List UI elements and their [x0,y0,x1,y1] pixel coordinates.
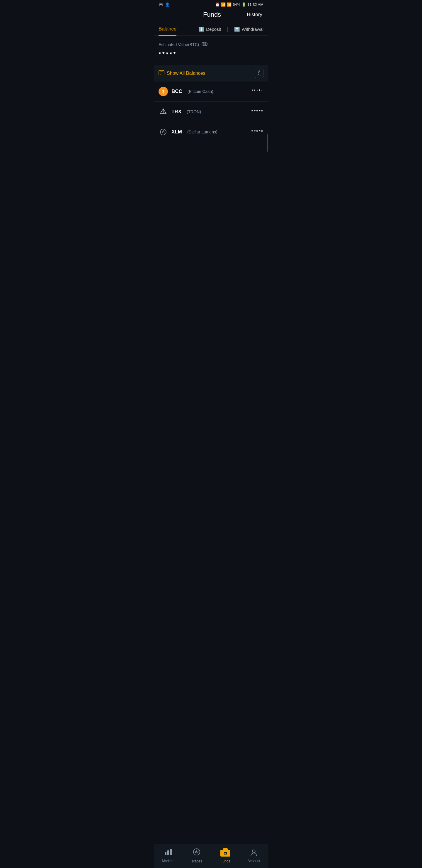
withdrawal-icon: ⬆️ [234,26,240,32]
estimated-label: Estimated Value(BTC) [159,42,263,48]
tab-separator: | [227,26,228,32]
funds-label: Funds [220,859,230,863]
trades-label: Trades [191,859,202,863]
tab-bar: Balance ⬇️ Deposit | ⬆️ Withdrawal [154,23,268,36]
account-label: Account [248,859,260,863]
svg-rect-16 [223,848,228,851]
deposit-button[interactable]: ⬇️ Deposit [198,26,221,32]
main-content: Balance ⬇️ Deposit | ⬆️ Withdrawal Estim… [154,23,268,166]
alarm-icon: ⏰ [215,2,220,7]
coin-list: ₿ BCC (Bitcoin Cash) ***** TRX (TRON) **… [154,82,268,142]
estimated-value-section: Estimated Value(BTC) ***** [154,36,268,65]
svg-rect-10 [165,852,166,855]
battery-level: 64% [233,2,240,7]
az-sort-arrow: Z↓ [258,73,261,76]
deposit-icon: ⬇️ [198,26,204,32]
user-status-icon: 👤 [165,2,170,7]
coin-left-bcc: ₿ BCC (Bitcoin Cash) [159,87,213,96]
trx-icon [159,107,168,116]
svg-rect-11 [167,850,169,855]
svg-rect-12 [170,849,172,855]
bcc-balance: ***** [252,89,263,94]
funds-icon [220,848,231,858]
bcc-symbol: BCC [171,89,182,94]
tab-balance[interactable]: Balance [159,23,176,35]
withdrawal-button[interactable]: ⬆️ Withdrawal [234,26,263,32]
battery-icon: 🔋 [241,2,246,7]
xlm-balance: ***** [252,129,263,134]
nav-account[interactable]: Account [244,848,264,863]
scroll-indicator [267,134,268,152]
trades-icon [193,848,201,858]
bcc-fullname: (Bitcoin Cash) [188,89,213,94]
trx-fullname: (TRON) [187,110,201,114]
bcc-icon: ₿ [159,87,168,96]
coin-left-xlm: XLM (Stellar Lumens) [159,127,218,137]
status-bar: 🎮 👤 ⏰ 📶 📶 64% 🔋 11:32 AM [154,0,268,8]
status-left-icons: 🎮 👤 [159,2,170,7]
nav-markets[interactable]: Markets [158,848,178,863]
az-sort-button[interactable]: A Z↓ [255,69,263,78]
time-display: 11:32 AM [247,2,263,7]
visibility-toggle-icon[interactable] [201,42,208,48]
discord-icon: 🎮 [159,2,163,7]
estimated-btc-value: ***** [159,51,263,58]
markets-label: Markets [162,859,174,863]
account-icon [250,848,258,858]
coin-item-xlm[interactable]: XLM (Stellar Lumens) ***** [154,122,268,142]
bottom-nav: Markets Trades Funds [154,844,268,868]
xlm-icon [159,127,168,137]
receipt-icon [159,70,164,77]
page-title: Funds [177,11,247,19]
svg-rect-18 [225,853,226,854]
coin-item-bcc[interactable]: ₿ BCC (Bitcoin Cash) ***** [154,82,268,102]
status-right: ⏰ 📶 📶 64% 🔋 11:32 AM [215,2,263,7]
page-header: Funds History [154,8,268,23]
wifi-icon: 📶 [221,2,226,7]
coin-left-trx: TRX (TRON) [159,107,201,116]
trx-balance: ***** [252,109,263,114]
svg-rect-2 [159,70,164,75]
show-all-balances-button[interactable]: Show All Balances [159,70,205,77]
signal-icon: 📶 [227,2,231,7]
history-button[interactable]: History [247,12,262,18]
xlm-symbol: XLM [171,129,182,135]
balance-header: Show All Balances A Z↓ [154,65,268,82]
markets-icon [164,848,172,858]
svg-point-14 [196,851,197,852]
coin-item-trx[interactable]: TRX (TRON) ***** [154,102,268,122]
xlm-fullname: (Stellar Lumens) [187,130,218,134]
nav-funds[interactable]: Funds [215,848,236,863]
tab-actions: ⬇️ Deposit | ⬆️ Withdrawal [198,26,263,32]
nav-trades[interactable]: Trades [186,848,207,863]
svg-point-19 [252,850,255,853]
trx-symbol: TRX [171,109,182,115]
